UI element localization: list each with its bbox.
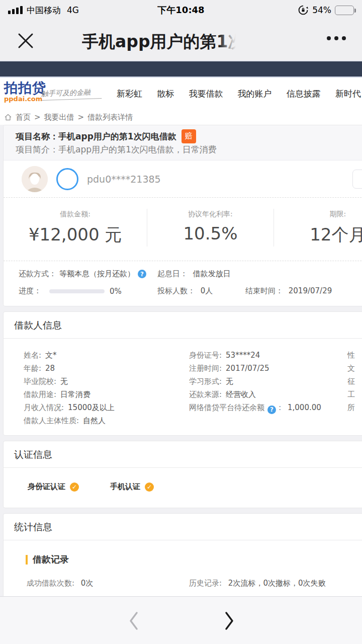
- compensation-badge: 赔: [182, 129, 196, 143]
- progress-value: 0%: [110, 287, 122, 296]
- loan-amount: ¥12,000 元: [4, 223, 147, 247]
- breadcrumb-sep: >: [78, 113, 84, 122]
- repay-method-label: 还款方式：: [19, 269, 56, 279]
- person-icon: [22, 166, 48, 192]
- nav-item-2[interactable]: 散标: [157, 88, 174, 100]
- interest-start-label: 起息日：: [157, 269, 188, 278]
- borrower-username: pdu0****21385: [87, 174, 161, 185]
- rotation-lock-icon: [298, 5, 309, 16]
- purpose-value: 日常消费: [60, 390, 90, 399]
- success-count-value: 0次: [81, 579, 94, 588]
- title-bar: 手机app用户的第1次闪电借: [0, 20, 362, 60]
- breadcrumb: 首页 > 我要出借 > 借款列表详情: [0, 110, 362, 125]
- breadcrumb-home[interactable]: 首页: [16, 113, 31, 122]
- project-desc-label: 项目简介：: [16, 144, 58, 154]
- close-button[interactable]: [16, 31, 35, 50]
- forward-button[interactable]: [224, 611, 234, 631]
- brand-logo-domain: ppdai.com: [4, 96, 46, 102]
- nav-item-3[interactable]: 我要借款: [189, 88, 223, 100]
- history-value: 2次流标，0次撤标，0次失败: [228, 579, 326, 588]
- stats-card: 统计信息 借款记录 成功借款次数: 0次 历史记录: 2次流标，0次撤标，0次失…: [3, 513, 362, 596]
- interest-rate: 10.5%: [147, 223, 273, 244]
- progress-label: 进度：: [19, 286, 41, 296]
- clipped-column: 性 文 征 工 所: [347, 349, 359, 414]
- brand-slogan: 触手可及的金融: [41, 88, 102, 101]
- loan-details: 还款方式： 等额本息（按月还款） ? 起息日： 借款发放日 进度： 0% 投标人…: [4, 261, 362, 306]
- check-icon: ✓: [145, 482, 154, 492]
- project-name: 手机app用户的第1次闪电借款: [58, 131, 176, 141]
- site-header: 拍拍贷 ppdai.com 触手可及的金融 新彩虹 散标 我要借款 我的账户 信…: [0, 77, 362, 110]
- banner-bar: [0, 60, 362, 77]
- loan-card: 项目名称：手机app用户的第1次闪电借款赔 项目简介：手机app用户的第1次闪电…: [3, 125, 362, 306]
- success-count-label: 成功借款次数:: [27, 579, 74, 588]
- id-number-value: 53****24: [226, 351, 260, 360]
- borrower-info-title: 借款人信息: [4, 312, 362, 339]
- income-value: 15000及以上: [68, 403, 115, 412]
- nav-item-5[interactable]: 信息披露: [287, 88, 321, 100]
- interest-start-value: 借款发放日: [193, 269, 231, 278]
- bidders-label: 投标人数：: [157, 286, 195, 295]
- loan-term: 12个月: [274, 223, 362, 247]
- browser-toolbar: [0, 596, 362, 644]
- bidders-value: 0人: [201, 286, 213, 295]
- brand-logo-text: 拍拍贷: [4, 81, 46, 95]
- project-desc: 手机app用户的第1次闪电借款，日常消费: [58, 144, 217, 154]
- repay-method-value: 等额本息（按月还款）: [59, 269, 135, 279]
- loan-summary: 借款金额: ¥12,000 元 协议年化利率: 10.5% 期限: 12个月: [4, 198, 362, 261]
- name-value: 文*: [45, 351, 57, 360]
- borrower-info-card: 借款人信息 姓名:文* 年龄:28 毕业院校:无 借款用途:日常消费 月收入情况…: [3, 311, 362, 436]
- help-icon[interactable]: ?: [267, 406, 276, 414]
- auth-card: 认证信息 身份证认证 ✓ 手机认证 ✓: [3, 441, 362, 508]
- end-time-label: 结束时间：: [245, 286, 283, 295]
- end-time-value: 2019/07/29: [289, 286, 332, 295]
- project-name-label: 项目名称：: [16, 131, 58, 141]
- auth-title: 认证信息: [4, 441, 362, 468]
- stats-title: 统计信息: [4, 514, 362, 540]
- repay-source-value: 经营收入: [226, 390, 256, 399]
- history-label: 历史记录:: [189, 579, 222, 588]
- summary-term: 期限: 12个月: [274, 209, 362, 247]
- phone-auth-item: 手机认证 ✓: [110, 482, 154, 492]
- nav-item-6[interactable]: 新时代: [335, 88, 361, 100]
- check-icon: ✓: [70, 482, 79, 492]
- project-header: 项目名称：手机app用户的第1次闪电借款赔 项目简介：手机app用户的第1次闪电…: [4, 125, 362, 160]
- summary-rate: 协议年化利率: 10.5%: [147, 209, 273, 247]
- loan-record-section: 借款记录: [26, 553, 362, 566]
- close-icon: [16, 31, 35, 50]
- site-nav: 新彩虹 散标 我要借款 我的账户 信息披露 新时代: [117, 77, 361, 110]
- progress-bar: [49, 289, 105, 293]
- breadcrumb-current: 借款列表详情: [87, 113, 133, 122]
- page-title: 手机app用户的第1次闪电借: [82, 31, 239, 53]
- borrower-row: pdu0****21385: [4, 160, 362, 198]
- id-auth-item: 身份证认证 ✓: [28, 482, 79, 492]
- battery-icon: [335, 6, 354, 15]
- help-icon[interactable]: ?: [138, 270, 146, 278]
- entity-value: 自然人: [83, 416, 106, 425]
- outstanding-balance-value: 1,000.00: [288, 403, 321, 412]
- breadcrumb-lend[interactable]: 我要出借: [44, 113, 74, 122]
- study-form-value: 无: [226, 377, 233, 386]
- age-value: 28: [45, 364, 55, 373]
- title-fade: [219, 31, 239, 53]
- avatar: [22, 166, 48, 192]
- ellipsis-icon: [327, 36, 331, 40]
- follow-button[interactable]: [352, 170, 362, 189]
- nav-item-1[interactable]: 新彩虹: [117, 88, 142, 100]
- school-value: 无: [60, 377, 68, 386]
- breadcrumb-sep: >: [34, 113, 41, 122]
- level-ring-icon: [56, 168, 78, 190]
- page-content: 项目名称：手机app用户的第1次闪电借款赔 项目简介：手机app用户的第1次闪电…: [0, 125, 362, 596]
- brand-logo[interactable]: 拍拍贷 ppdai.com: [4, 81, 46, 102]
- section-marker-icon: [26, 555, 28, 565]
- borrower-info-fields: 姓名:文* 年龄:28 毕业院校:无 借款用途:日常消费 月收入情况:15000…: [4, 339, 362, 435]
- home-icon: [4, 113, 12, 121]
- battery-percent: 54%: [312, 5, 331, 15]
- register-time-value: 2017/07/25: [226, 364, 269, 373]
- status-bar: 中国移动 4G 下午10:48 54%: [0, 0, 362, 20]
- summary-amount: 借款金额: ¥12,000 元: [4, 209, 147, 247]
- nav-item-4[interactable]: 我的账户: [238, 88, 272, 100]
- back-button[interactable]: [129, 611, 139, 631]
- menu-button[interactable]: [327, 36, 346, 40]
